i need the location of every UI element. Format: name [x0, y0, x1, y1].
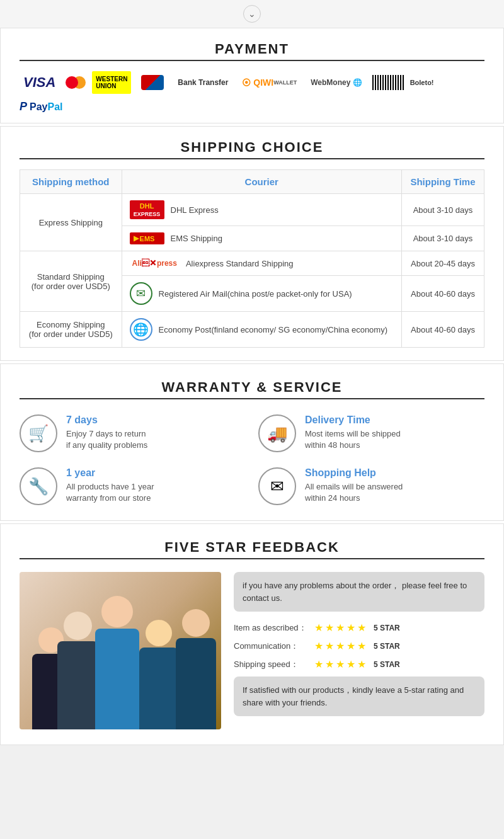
dhl-logo: DHLEXPRESS — [130, 200, 164, 219]
star-1: ★ — [314, 658, 323, 670]
table-row: Express Shipping DHLEXPRESS DHL Express … — [20, 194, 484, 226]
bank-transfer-logo: Bank Transfer — [174, 71, 232, 94]
col-method: Shipping method — [20, 170, 122, 194]
warranty-title: WARRANTY & SERVICE — [20, 379, 484, 399]
un-name: Economy Post(finland economy/ SG economy… — [159, 325, 387, 334]
warranty-title-7days: 7 days — [66, 414, 147, 426]
airmail-time: About 40-60 days — [401, 276, 484, 312]
feedback-people-image — [20, 572, 221, 729]
feedback-section: FIVE STAR FEEDBACK — [0, 523, 504, 745]
rating-label-described: Item as described： — [234, 622, 309, 634]
star-4: ★ — [346, 658, 355, 670]
shipping-title: SHIPPING CHOICE — [20, 139, 484, 159]
star-2: ★ — [325, 622, 334, 634]
feedback-content: if you have any problems about the order… — [20, 572, 484, 729]
chevron-bar: ⌄ — [0, 0, 504, 28]
dhl-row: DHLEXPRESS DHL Express — [122, 194, 401, 226]
feedback-title: FIVE STAR FEEDBACK — [20, 539, 484, 559]
truck-icon: 🚚 — [258, 414, 296, 452]
col-courier: Courier — [122, 170, 401, 194]
cart-icon: 🛒 — [20, 414, 57, 452]
shipping-title-wrapper: SHIPPING CHOICE — [20, 139, 484, 159]
ali-time: About 20-45 days — [401, 251, 484, 276]
express-method: Express Shipping — [20, 194, 122, 251]
paypal-icon: P — [20, 100, 27, 113]
webmoney-logo: WebMoney 🌐 — [307, 71, 365, 94]
payment-title: PAYMENT — [20, 41, 484, 61]
warranty-title-wrapper: WARRANTY & SERVICE — [20, 379, 484, 399]
rating-row-communication: Communication： ★ ★ ★ ★ ★ 5 STAR — [234, 640, 484, 652]
rating-stars-communication: ★ ★ ★ ★ ★ — [314, 640, 366, 652]
rating-stars-shipping: ★ ★ ★ ★ ★ — [314, 658, 366, 670]
star-4: ★ — [346, 622, 355, 634]
star-5: ★ — [357, 640, 366, 652]
rating-value-shipping: 5 STAR — [374, 660, 400, 669]
speech-bubble-bottom: If satisfied with our products，kindly le… — [234, 676, 484, 716]
standard-method: Standard Shipping(for order over USD5) — [20, 251, 122, 312]
un-row: 🌐 Economy Post(finland economy/ SG econo… — [122, 312, 401, 348]
western-union-logo: WESTERNUNION — [92, 71, 131, 94]
paypal-logo: P PayPal — [20, 100, 484, 113]
dhl-time: About 3-10 days — [401, 194, 484, 226]
table-row: Standard Shipping(for order over USD5) A… — [20, 251, 484, 276]
star-5: ★ — [357, 622, 366, 634]
shipping-section: SHIPPING CHOICE Shipping method Courier … — [0, 126, 504, 361]
envelope-icon: ✉ — [258, 467, 296, 505]
paypal-text: PayPal — [30, 101, 62, 113]
qiwi-logo: ⦿ QIWIWALLET — [238, 71, 301, 94]
rating-row-shipping: Shipping speed： ★ ★ ★ ★ ★ 5 STAR — [234, 658, 484, 670]
aliexpress-logo: Ali✕press — [130, 258, 180, 269]
warranty-title-help: Shopping Help — [305, 467, 403, 479]
rating-row-described: Item as described： ★ ★ ★ ★ ★ 5 STAR — [234, 622, 484, 634]
ratings-container: Item as described： ★ ★ ★ ★ ★ 5 STAR Comm… — [234, 622, 484, 670]
ali-row: Ali✕press Aliexpress Standard Shipping — [122, 251, 401, 276]
collapse-chevron[interactable]: ⌄ — [243, 5, 261, 23]
rating-label-communication: Communication： — [234, 641, 309, 652]
feedback-right: if you have any problems about the order… — [234, 572, 484, 716]
star-1: ★ — [314, 622, 323, 634]
rating-value-communication: 5 STAR — [374, 642, 400, 651]
warranty-desc-help: All emails will be answeredwithin 24 hou… — [305, 481, 403, 504]
star-3: ★ — [336, 640, 345, 652]
star-5: ★ — [357, 658, 366, 670]
warranty-desc-delivery: Most items will be shippedwithin 48 hour… — [305, 428, 401, 451]
col-time: Shipping Time — [401, 170, 484, 194]
warranty-section: WARRANTY & SERVICE 🛒 7 days Enjoy 7 days… — [0, 363, 504, 521]
warranty-grid: 🛒 7 days Enjoy 7 days to returnif any qu… — [20, 414, 484, 505]
boleto-logo — [372, 75, 404, 90]
ems-name: EMS Shipping — [171, 234, 222, 243]
airmail-name: Registered Air Mail(china post/e packet-… — [159, 289, 352, 299]
boleto-text: Boleto! — [410, 79, 434, 86]
rating-stars-described: ★ ★ ★ ★ ★ — [314, 622, 366, 634]
table-row: Economy Shipping(for order under USD5) 🌐… — [20, 312, 484, 348]
warranty-item-help: ✉ Shopping Help All emails will be answe… — [258, 467, 484, 505]
mastercard-logo — [66, 76, 86, 89]
payment-logos-row: VISA WESTERNUNION Bank Transfer ⦿ QIWIWA… — [20, 71, 484, 94]
speech-bubble-top: if you have any problems about the order… — [234, 572, 484, 612]
feedback-title-wrapper: FIVE STAR FEEDBACK — [20, 539, 484, 559]
ems-row: ▶EMS EMS Shipping — [122, 226, 401, 251]
ems-time: About 3-10 days — [401, 226, 484, 251]
warranty-title-1year: 1 year — [66, 467, 154, 479]
warranty-text-7days: 7 days Enjoy 7 days to returnif any qual… — [66, 414, 147, 451]
warranty-item-7days: 🛒 7 days Enjoy 7 days to returnif any qu… — [20, 414, 246, 452]
un-time: About 40-60 days — [401, 312, 484, 348]
airmail-row: ✉ Registered Air Mail(china post/e packe… — [122, 276, 401, 312]
wrench-icon: 🔧 — [20, 467, 57, 505]
shipping-table: Shipping method Courier Shipping Time Ex… — [20, 169, 484, 348]
warranty-text-help: Shopping Help All emails will be answere… — [305, 467, 403, 504]
warranty-desc-7days: Enjoy 7 days to returnif any quality pro… — [66, 428, 147, 451]
rating-label-shipping: Shipping speed： — [234, 659, 309, 670]
warranty-desc-1year: All products have 1 yearwarranty from ou… — [66, 481, 154, 504]
warranty-text-delivery: Delivery Time Most items will be shipped… — [305, 414, 401, 451]
star-4: ★ — [346, 640, 355, 652]
ems-logo: ▶EMS — [130, 232, 164, 244]
star-2: ★ — [325, 658, 334, 670]
star-1: ★ — [314, 640, 323, 652]
page-wrapper: ⌄ PAYMENT VISA WESTERNUNION Bank Transfe… — [0, 0, 504, 745]
warranty-title-delivery: Delivery Time — [305, 414, 401, 426]
economy-method: Economy Shipping(for order under USD5) — [20, 312, 122, 348]
star-3: ★ — [336, 622, 345, 634]
ali-name: Aliexpress Standard Shipping — [186, 259, 294, 268]
star-3: ★ — [336, 658, 345, 670]
